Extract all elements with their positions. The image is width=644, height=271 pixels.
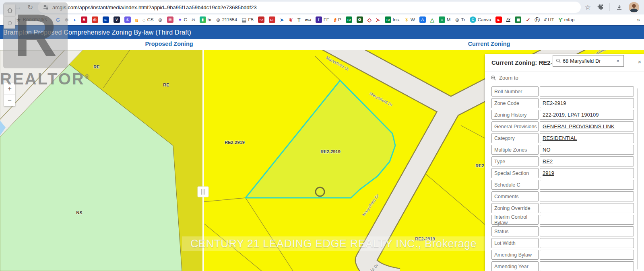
bookmark-item[interactable]: ⊛Tr [455,17,465,23]
bookmark-item[interactable]: ➤ [280,17,284,23]
bookmark-label: HT [548,17,554,22]
bookmark-item[interactable]: ✳W [405,17,415,23]
search-icon [556,58,561,64]
extensions-icon[interactable] [597,4,604,11]
favicon: ✉ [167,16,173,23]
bookmark-item[interactable]: ϒmfap [559,17,575,23]
attr-label: Multiple Zones [491,145,539,155]
bookmark-item[interactable]: TDIns. [385,16,400,23]
favicon: R [81,16,87,23]
favicon: ➤ [280,17,284,23]
bookmark-item[interactable]: A [419,16,426,23]
favicon: ✳ [405,17,409,23]
bookmark-item[interactable]: fFE [316,16,330,23]
zoom-out-button[interactable]: − [4,94,15,106]
bookmarks-label[interactable]: Bookmarks [23,17,47,23]
popup-close-icon[interactable]: × [636,57,644,66]
bookmark-item[interactable]: ▶ [495,16,502,23]
bookmark-label: Ins. [393,17,400,22]
bookmark-star-icon[interactable]: ☆ [585,3,591,12]
bookmark-item[interactable]: iA [192,18,195,22]
search-input[interactable] [561,58,612,64]
bookmark-item[interactable]: ▦ [515,16,521,23]
bookmark-item[interactable]: ◗ [73,17,76,23]
bookmark-item[interactable]: //HT [544,17,554,22]
favicon: ◗ [73,17,76,23]
bookmark-item[interactable]: ✉ [167,16,173,23]
bookmark-item[interactable]: ≻ [376,17,380,23]
bookmark-item[interactable]: ◇ [367,17,372,23]
bookmark-item[interactable]: R [81,16,87,23]
downloads-icon[interactable] [615,4,623,11]
profile-avatar[interactable] [629,2,639,12]
bookmark-item[interactable]: WSJ [305,18,311,21]
bookmarks-star-icon[interactable]: ★ [16,17,21,23]
bookmarks-strip: G❄◗R◎B.VSa◌CS⊛✉✦GiA▮hr⊛211554▤F5TOIET➤❦Ŧ… [56,16,634,23]
attr-value[interactable]: RE2 [540,156,634,166]
bookmark-item[interactable]: ✔ [526,17,530,23]
attr-label: Special Section [491,168,539,178]
app-title: Brampton Proposed Comprehensive Zoning B… [3,29,191,36]
bookmark-label: W [411,17,415,22]
attr-value[interactable]: 2919 [540,168,634,178]
bookmark-item[interactable]: ◌CS [142,17,154,23]
attr-value [540,226,634,236]
bookmark-item[interactable]: ❂ [357,16,363,23]
bookmark-item[interactable]: △ [430,17,434,23]
attr-row: Lot Width [491,238,634,248]
bookmark-label: F5 [248,17,253,22]
bookmark-item[interactable]: ⊛ [158,17,163,23]
refresh-icon[interactable]: ↻ [24,3,36,12]
bookmark-item[interactable]: G [56,17,60,23]
bookmark-item[interactable]: ❄ [64,17,69,23]
attr-label: Lot Width [491,238,539,248]
bookmarks-overflow-icon[interactable]: » [637,16,640,23]
bookmark-item[interactable]: ⊛211554 [216,17,237,23]
bookmark-item[interactable]: S [124,16,131,23]
bookmark-item[interactable]: ◎ [92,16,98,23]
search-clear-icon[interactable]: × [612,55,623,66]
attr-label: Comments [491,191,539,201]
attr-value [540,238,634,248]
bookmark-item[interactable]: TOI [258,16,264,23]
bookmark-item[interactable]: ❦ [289,17,293,23]
bookmark-item[interactable]: ▤F5 [242,17,254,23]
bookmark-item[interactable]: AY [506,18,510,22]
attr-value[interactable]: GENERAL PROVISIONS LINK [540,121,634,131]
bookmark-item[interactable]: CCanva [470,16,491,23]
bookmark-item[interactable]: ≡M [439,16,451,23]
bookmark-item[interactable]: ET [269,16,275,23]
locate-button[interactable] [4,17,15,29]
bookmark-item[interactable]: ⓗ [535,17,540,23]
zoom-in-button[interactable]: + [4,83,15,94]
bookmark-item[interactable]: ✦G [178,17,188,23]
swipe-divider[interactable] [202,50,204,271]
swipe-handle[interactable] [198,187,208,197]
favicon: ❂ [357,16,363,23]
app-header: Brampton Proposed Comprehensive Zoning B… [0,25,644,39]
attr-row: Status [491,226,634,236]
bookmark-item[interactable]: Ŧ [297,17,301,23]
favicon: ◌ [142,17,146,23]
attr-label: General Provisions [491,121,539,131]
panel-scrollbar[interactable] [637,88,638,269]
view-labels-bar: Proposed Zoning Current Zoning [0,39,644,50]
address-bar[interactable]: arcgis.com/apps/instant/media/index.html… [38,2,581,13]
bookmark-item[interactable]: a [135,17,138,23]
url-text: arcgis.com/apps/instant/media/index.html… [52,4,257,10]
search-box[interactable]: × [553,55,624,67]
attr-row: CategoryRESIDENTIAL [491,133,634,143]
attribute-table: Roll NumberZone CodeRE2-2919Zoning Histo… [491,86,634,271]
bookmark-item[interactable]: ∂P [334,17,341,23]
attr-value[interactable]: RESIDENTIAL [540,133,634,143]
bookmark-item[interactable]: ▮hr [200,16,212,23]
home-button[interactable] [4,4,15,16]
attr-row: Comments [491,191,634,201]
bookmark-item[interactable]: B. [103,16,109,23]
bookmark-item[interactable]: TD [346,16,352,23]
zoom-to-action[interactable]: Zoom to [491,75,518,81]
bookmark-item[interactable]: V [114,16,120,23]
favicon: ▮ [200,16,206,23]
favicon: G [56,17,60,23]
site-info-icon[interactable] [43,4,49,10]
